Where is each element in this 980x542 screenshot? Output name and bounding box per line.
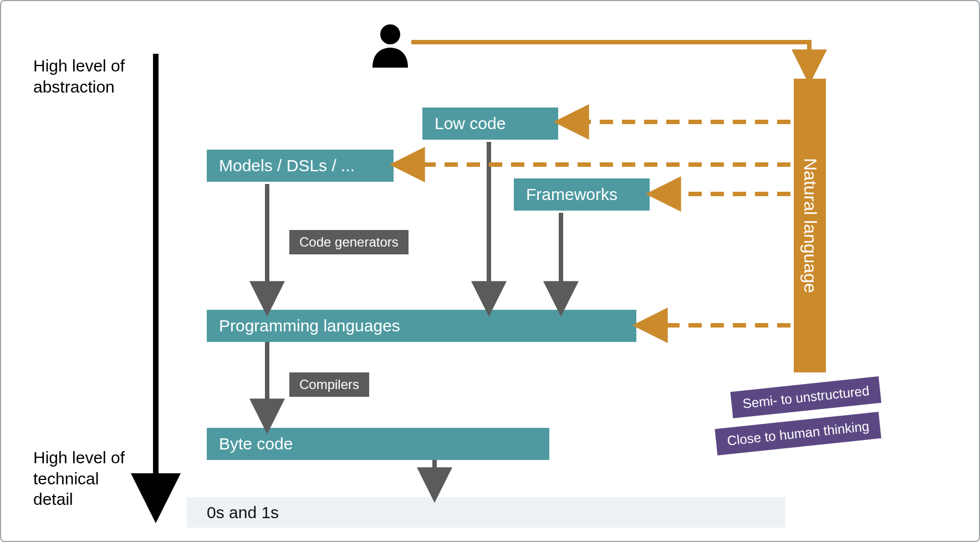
svg-point-0	[380, 24, 400, 44]
node-natural-language: Natural language	[794, 79, 826, 372]
axis-bottom-line3: detail	[33, 490, 73, 508]
node-low-code-label: Low code	[435, 114, 506, 133]
axis-bottom-line1: High level of	[33, 448, 125, 467]
node-frameworks: Frameworks	[514, 178, 650, 211]
node-byte-code: Byte code	[207, 428, 549, 460]
tag-compilers-label: Compilers	[299, 377, 359, 392]
node-programming-languages-label: Programming languages	[219, 316, 400, 335]
tag-code-generators-label: Code generators	[299, 234, 399, 249]
node-low-code: Low code	[422, 108, 558, 140]
note-human-thinking-label: Close to human thinking	[726, 418, 870, 448]
axis-bottom-label: High level of technical detail	[33, 447, 125, 510]
node-zeros-ones-label: 0s and 1s	[207, 503, 279, 522]
note-semi-unstructured-label: Semi- to unstructured	[742, 383, 870, 411]
axis-top-line1: High level of	[33, 57, 125, 75]
node-byte-code-label: Byte code	[219, 434, 293, 453]
tag-compilers: Compilers	[289, 372, 369, 397]
node-models-dsls-label: Models / DSLs / ...	[219, 156, 355, 175]
node-frameworks-label: Frameworks	[526, 185, 617, 204]
node-zeros-ones: 0s and 1s	[187, 497, 785, 528]
node-models-dsls: Models / DSLs / ...	[207, 150, 394, 182]
axis-top-label: High level of abstraction	[33, 55, 125, 97]
arrow-person-to-natlang	[411, 42, 809, 73]
node-programming-languages: Programming languages	[207, 310, 636, 342]
axis-top-line2: abstraction	[33, 78, 115, 96]
person-icon	[369, 21, 411, 70]
node-natural-language-label: Natural language	[800, 158, 820, 293]
diagram-frame: High level of abstraction High level of …	[0, 0, 980, 542]
note-human-thinking: Close to human thinking	[714, 412, 881, 456]
axis-bottom-line2: technical	[33, 469, 99, 488]
arrows-layer	[1, 1, 980, 542]
note-semi-unstructured: Semi- to unstructured	[730, 376, 881, 418]
tag-code-generators: Code generators	[289, 230, 409, 254]
